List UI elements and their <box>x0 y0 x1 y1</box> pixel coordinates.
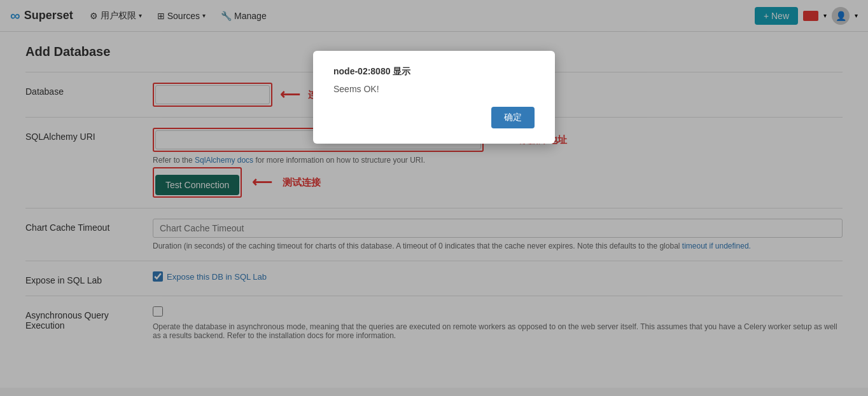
dialog-box: node-02:8080 显示 Seems OK! 确定 <box>313 51 555 144</box>
dialog-overlay[interactable]: node-02:8080 显示 Seems OK! 确定 <box>0 0 868 388</box>
dialog-confirm-button[interactable]: 确定 <box>491 107 535 128</box>
dialog-body: Seems OK! <box>333 84 535 94</box>
dialog-footer: 确定 <box>333 107 535 128</box>
dialog-title: node-02:8080 显示 <box>333 66 535 78</box>
